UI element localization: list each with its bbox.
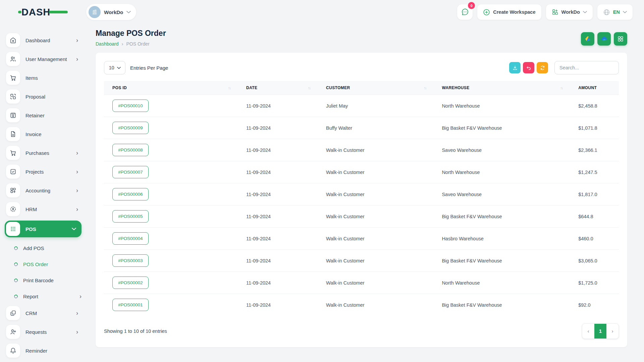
sidebar-item-user-management[interactable]: User Management › [5,52,82,66]
chevron-right-icon: › [76,150,78,156]
amount-cell: $2,366.1 [570,139,619,161]
pos-id-badge[interactable]: #POS00004 [112,232,149,245]
column-header-pos-id[interactable]: POS ID ↑↓ [104,81,238,95]
sidebar-item-hrm[interactable]: HRM › [5,202,82,217]
users-icon [6,52,20,66]
chevron-down-icon [583,11,587,13]
reset-button[interactable] [523,62,534,73]
table-row: #POS00006 11-09-2024 Walk-in Customer Sa… [104,183,619,205]
sidebar-item-projects[interactable]: Projects › [5,164,82,179]
plus-circle-icon [483,9,490,16]
customer-cell: Juliet May [318,95,433,117]
pos-order-card: 10 Entries Per Page [96,53,627,347]
messages-badge: 0 [468,2,475,9]
pos-id-badge[interactable]: #POS00001 [112,299,149,311]
submenu-item-report[interactable]: Report › [9,290,82,303]
breadcrumb: Dashboard › POS Order [96,41,166,47]
grid-dots-icon [6,222,20,236]
workspace-selector[interactable]: WorkDo [86,4,136,20]
showing-entries-text: Showing 1 to 10 of 10 entries [104,328,167,334]
pos-id-badge[interactable]: #POS00010 [112,100,149,112]
sidebar-item-proposal[interactable]: Proposal [5,89,82,104]
pos-id-badge[interactable]: #POS00002 [112,277,149,289]
bullet-icon [13,261,18,266]
sort-icon: ↑↓ [424,86,426,90]
chevron-right-icon: › [79,293,82,299]
amount-cell: $1,817.0 [570,183,619,205]
dash-logo[interactable]: DASH [18,6,68,18]
table-header-row: POS ID ↑↓ DATE ↑↓ CUSTOMER ↑↓ WAREHOUSE … [104,81,619,95]
chat-bubble-icon [461,8,469,16]
pos-id-badge[interactable]: #POS00008 [112,144,149,156]
sidebar-item-pos[interactable]: POS [5,221,82,237]
table-row: #POS00007 11-09-2024 Walk-in Customer No… [104,161,619,183]
pagination-page-1[interactable]: 1 [594,324,606,339]
chevron-right-icon: › [76,310,78,316]
date-cell: 11-09-2024 [238,161,318,183]
pos-id-badge[interactable]: #POS00006 [112,188,149,200]
sidebar-item-invoice[interactable]: Invoice [5,127,82,141]
sidebar-item-accounting[interactable]: Accounting › [5,183,82,198]
chevron-right-icon: › [76,329,78,335]
customer-cell: Walk-in Customer [318,228,433,250]
breadcrumb-dashboard-link[interactable]: Dashboard [96,41,119,47]
bell-icon [6,344,20,358]
sidebar-item-dashboard[interactable]: Dashboard › [5,33,82,48]
bullet-icon [13,278,18,283]
grid-view-button[interactable] [614,32,627,46]
chevron-right-icon: › [76,187,78,193]
search-input[interactable] [554,61,619,74]
amount-cell: $92.0 [570,294,619,316]
workdo-menu-button[interactable]: WorkDo [546,4,593,20]
table-row: #POS00003 11-09-2024 Walk-in Customer Bi… [104,250,619,272]
sidebar-item-retainer[interactable]: Retainer [5,108,82,123]
sidebar-item-reminder[interactable]: Reminder [5,343,82,358]
main-content: Manage POS Order Dashboard › POS Order [86,24,644,347]
refresh-button[interactable] [537,62,548,73]
export-button[interactable] [509,62,521,73]
sidebar-item-requests[interactable]: Requests › [5,324,82,339]
pagination-prev-button[interactable]: ‹ [582,324,594,339]
entries-per-page-select[interactable]: 10 [104,61,125,74]
column-header-amount[interactable]: AMOUNT [570,81,619,95]
table-row: #POS00002 11-09-2024 Walk-in Customer No… [104,272,619,294]
table-row: #POS00005 11-09-2024 Walk-in Customer Bi… [104,205,619,228]
pos-id-badge[interactable]: #POS00007 [112,166,149,178]
onedrive-button[interactable] [597,32,611,46]
column-header-warehouse[interactable]: WAREHOUSE ↑↓ [433,81,570,95]
logo-text: DASH [21,7,50,17]
submenu-item-add-pos[interactable]: Add POS [9,241,82,255]
amount-cell: $1,725.0 [570,272,619,294]
pagination: ‹ 1 › [582,323,619,339]
pos-id-badge[interactable]: #POS00009 [112,122,149,134]
google-drive-button[interactable] [581,32,594,46]
submenu-item-pos-order[interactable]: POS Order [9,257,82,271]
sidebar-item-items[interactable]: Items [5,70,82,85]
pos-id-badge[interactable]: #POS00003 [112,254,149,267]
sidebar-item-purchases[interactable]: Purchases › [5,145,82,160]
date-cell: 11-09-2024 [238,95,318,117]
sidebar-item-crm[interactable]: CRM › [5,306,82,320]
undo-icon [526,65,532,71]
pagination-next-button[interactable]: › [606,324,619,339]
column-header-customer[interactable]: CUSTOMER ↑↓ [318,81,433,95]
amount-cell: $1,247.5 [570,161,619,183]
customer-cell: Walk-in Customer [318,139,433,161]
column-header-date[interactable]: DATE ↑↓ [238,81,318,95]
breadcrumb-separator: › [122,41,123,47]
chevron-down-icon [126,11,131,13]
date-cell: 11-09-2024 [238,139,318,161]
pos-id-badge[interactable]: #POS00005 [112,210,149,223]
customer-cell: Walk-in Customer [318,161,433,183]
create-workspace-button[interactable]: Create Workspace [477,4,541,20]
warehouse-cell: Saveo Warehouse [433,139,570,161]
amount-cell: $1,071.8 [570,117,619,139]
messages-button[interactable]: 0 [457,4,473,20]
create-workspace-label: Create Workspace [493,9,535,15]
language-label: EN [613,9,620,15]
amount-cell: $460.0 [570,228,619,250]
workspace-name: WorkDo [104,9,123,15]
workspace-avatar [89,6,101,18]
submenu-item-print-barcode[interactable]: Print Barcode [9,274,82,287]
language-selector[interactable]: EN [597,4,633,20]
